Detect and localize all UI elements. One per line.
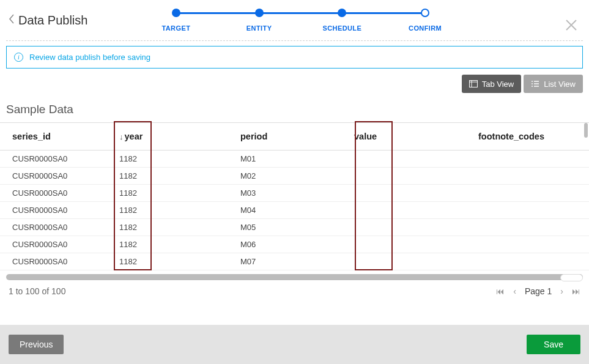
cell-series-id: CUSR0000SA0 [12,188,119,198]
cell-series-id: CUSR0000SA0 [12,171,119,180]
page-last-icon[interactable]: ⏭ [572,286,580,296]
table-row[interactable]: CUSR0000SA01182M01 [0,150,589,168]
divider [6,40,583,42]
cell-footnote-codes [446,171,577,180]
table-row[interactable]: CUSR0000SA01182M06 [0,236,589,253]
step-target-dot-icon [172,9,180,17]
table-header-row: series_id ↓year period value footnote_co… [0,123,589,150]
cell-year: 1182 [119,154,240,163]
cell-footnote-codes [446,154,577,163]
cell-year: 1182 [119,206,240,215]
list-view-icon [531,80,539,88]
cell-period: M02 [240,171,354,180]
info-icon: i [14,53,23,62]
step-confirm-dot-icon [421,9,429,17]
page-title: Data Publish [18,13,87,28]
cell-series-id: CUSR0000SA0 [12,206,119,215]
step-entity[interactable]: ENTITY [218,9,301,32]
horizontal-scrollbar[interactable] [6,274,583,280]
table-row[interactable]: CUSR0000SA01182M05 [0,219,589,236]
step-schedule-label: SCHEDULE [323,24,362,32]
step-target-label: TARGET [161,24,190,32]
table-row[interactable]: CUSR0000SA01182M07 [0,253,589,270]
step-target[interactable]: TARGET [135,9,218,32]
cell-period: M06 [240,240,354,249]
step-entity-dot-icon [255,9,264,17]
cell-period: M01 [240,154,354,163]
cell-year: 1182 [119,171,240,180]
list-view-label: List View [544,80,576,89]
column-header-series-id[interactable]: series_id [12,132,119,141]
column-header-value[interactable]: value [354,132,446,141]
info-notice: i Review data publish before saving [6,46,583,69]
cell-period: M03 [240,188,354,198]
cell-year: 1182 [119,223,240,232]
cell-value [354,223,446,232]
cell-value [354,257,446,266]
cell-series-id: CUSR0000SA0 [12,223,119,232]
cell-year: 1182 [119,240,240,249]
cell-value [354,154,446,163]
svg-rect-0 [469,81,477,87]
cell-year: 1182 [119,188,240,198]
list-view-button[interactable]: List View [524,75,583,93]
back-chevron-icon[interactable] [9,14,15,27]
step-entity-label: ENTITY [246,24,272,32]
page-next-icon[interactable]: › [560,286,563,296]
page-prev-icon[interactable]: ‹ [513,286,516,296]
cell-footnote-codes [446,223,577,232]
cell-series-id: CUSR0000SA0 [12,240,119,249]
cell-period: M07 [240,257,354,266]
column-header-footnote-codes[interactable]: footnote_codes [446,132,577,141]
cell-footnote-codes [446,257,577,266]
step-schedule-dot-icon [338,9,346,17]
tab-view-button[interactable]: Tab View [462,75,522,93]
column-header-year[interactable]: ↓year [119,132,240,141]
cell-series-id: CUSR0000SA0 [12,257,119,266]
pager-summary: 1 to 100 of 100 [9,286,65,296]
step-confirm-label: CONFIRM [409,24,442,32]
cell-value [354,206,446,215]
page-first-icon[interactable]: ⏮ [496,286,505,296]
table-row[interactable]: CUSR0000SA01182M04 [0,202,589,219]
cell-footnote-codes [446,188,577,198]
table-row[interactable]: CUSR0000SA01182M02 [0,168,589,185]
section-title: Sample Data [0,99,589,122]
data-table: series_id ↓year period value footnote_co… [0,122,589,270]
page-label: Page 1 [525,286,552,296]
cell-footnote-codes [446,206,577,215]
previous-button[interactable]: Previous [9,335,64,354]
cell-series-id: CUSR0000SA0 [12,154,119,163]
cell-period: M05 [240,223,354,232]
info-notice-text: Review data publish before saving [29,53,150,62]
cell-year: 1182 [119,257,240,266]
cell-footnote-codes [446,240,577,249]
cell-value [354,240,446,249]
cell-value [354,188,446,198]
close-icon[interactable] [565,18,578,34]
step-confirm[interactable]: CONFIRM [383,9,467,32]
wizard-stepper: TARGET ENTITY SCHEDULE CONFIRM [135,9,467,32]
column-header-period[interactable]: period [240,132,354,141]
save-button[interactable]: Save [527,335,580,354]
table-row[interactable]: CUSR0000SA01182M03 [0,185,589,202]
tab-view-icon [469,80,478,88]
tab-view-label: Tab View [482,80,514,89]
cell-period: M04 [240,206,354,215]
cell-value [354,171,446,180]
step-schedule[interactable]: SCHEDULE [301,9,384,32]
sort-descending-icon: ↓ [119,132,124,141]
table-body[interactable]: CUSR0000SA01182M01CUSR0000SA01182M02CUSR… [0,150,589,270]
